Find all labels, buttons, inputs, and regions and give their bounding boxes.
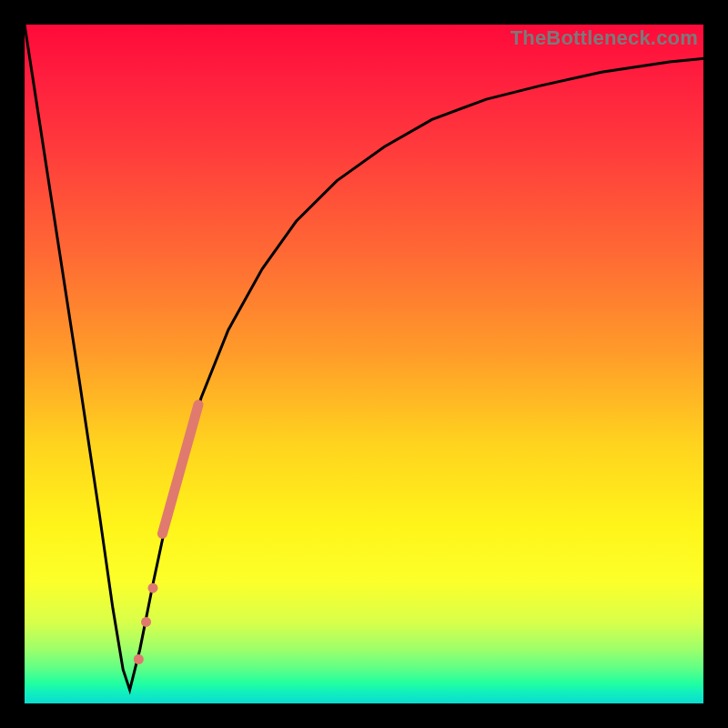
plot-area: TheBottleneck.com — [25, 25, 703, 703]
chart-svg — [25, 25, 703, 703]
highlight-dot — [134, 654, 144, 664]
highlighted-samples — [134, 405, 198, 664]
bottleneck-curve — [25, 25, 703, 690]
highlight-dot — [141, 617, 151, 627]
chart-frame: TheBottleneck.com — [0, 0, 728, 728]
highlight-segment — [162, 405, 198, 534]
highlight-dot — [147, 583, 157, 593]
